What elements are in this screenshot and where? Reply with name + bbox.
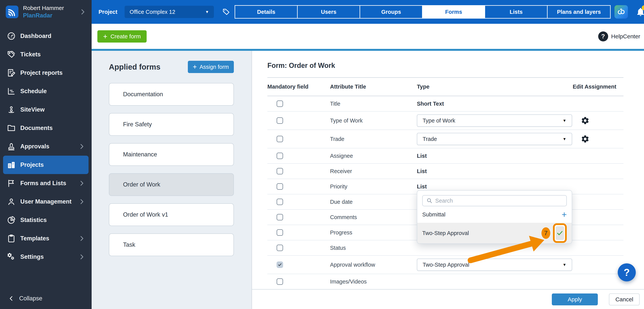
sidebar-item-siteview[interactable]: SiteView [0, 100, 92, 119]
mandatory-checkbox[interactable] [276, 100, 283, 107]
table-row-receiver: Receiver List [268, 164, 624, 179]
project-selector-value: Office Complex 12 [130, 9, 175, 15]
user-icon [7, 197, 16, 206]
project-selector[interactable]: Office Complex 12 ▼ [124, 6, 214, 18]
building-icon [7, 160, 16, 169]
form-card-fire-safety[interactable]: Fire Safety [109, 113, 234, 136]
account-switcher[interactable]: Robert Hammer PlanRadar [0, 0, 92, 24]
question-circle-icon: ? [598, 32, 608, 42]
mandatory-checkbox[interactable] [276, 244, 283, 251]
dropdown-search[interactable] [422, 195, 567, 206]
helpcenter-link[interactable]: ? HelpCenter [598, 32, 640, 42]
approval-workflow-dropdown-popup: Submittal + Two-Step Approval 7 [417, 190, 572, 244]
mandatory-checkbox[interactable] [276, 214, 283, 220]
tab-forms[interactable]: Forms [423, 6, 485, 18]
sidebar-item-schedule[interactable]: Schedule [0, 82, 92, 100]
sidebar-item-templates[interactable]: Templates [0, 229, 92, 248]
mandatory-checkbox[interactable] [276, 183, 283, 190]
table-row-assignee: Assignee List [268, 148, 624, 164]
form-card-documentation[interactable]: Documentation [109, 83, 234, 106]
connect-app-button[interactable] [614, 5, 628, 18]
user-name: Robert Hammer [23, 5, 64, 11]
flag-icon [7, 179, 16, 188]
clipboard-icon [7, 234, 16, 243]
sidebar-item-approvals[interactable]: Approvals [0, 137, 92, 156]
approval-workflow-select[interactable]: Two-Step Approval ▼ [417, 258, 572, 271]
mandatory-checkbox[interactable] [276, 136, 283, 142]
search-icon [426, 198, 432, 204]
tab-groups[interactable]: Groups [360, 6, 423, 18]
tab-users[interactable]: Users [298, 6, 360, 18]
sidebar-item-statistics[interactable]: Statistics [0, 211, 92, 229]
planradar-app: Robert Hammer PlanRadar Dashboard Ticket… [0, 0, 644, 309]
sidebar-item-label: Schedule [20, 88, 47, 95]
tab-details[interactable]: Details [235, 6, 298, 18]
sidebar-item-label: Project reports [20, 70, 63, 76]
chevron-right-icon [78, 180, 85, 186]
floating-help-button[interactable]: ? [618, 264, 636, 282]
toolbar: + Create form ? HelpCenter [92, 24, 644, 51]
sidebar-item-label: Statistics [20, 216, 47, 224]
table-row-title: Title Short Text [268, 96, 624, 112]
caret-down-icon: ▼ [562, 137, 566, 141]
assign-form-button[interactable]: + Assign form [188, 61, 234, 73]
edit-assignment-gear-icon[interactable] [581, 134, 590, 144]
attributes-table: Mandatory field Attribute Title Type Edi… [268, 77, 624, 290]
apply-button[interactable]: Apply [552, 294, 598, 305]
form-card-maintenance[interactable]: Maintenance [109, 143, 234, 166]
tab-plans-and-layers[interactable]: Plans and layers [548, 6, 610, 18]
sidebar-item-dashboard[interactable]: Dashboard [0, 27, 92, 45]
type-of-work-select[interactable]: Type of Work ▼ [417, 114, 572, 127]
confirm-check-button[interactable] [553, 223, 567, 243]
table-row-type-of-work: Type of Work Type of Work ▼ [268, 112, 624, 130]
edit-assignment-gear-icon[interactable] [581, 116, 590, 125]
sidebar-item-documents[interactable]: Documents [0, 119, 92, 137]
chevron-right-icon [79, 9, 86, 15]
sidebar-item-projects[interactable]: Projects [3, 156, 88, 174]
search-input[interactable] [435, 198, 562, 204]
mandatory-checkbox[interactable] [276, 117, 283, 124]
stamp-icon [7, 142, 16, 151]
trade-select[interactable]: Trade ▼ [417, 133, 572, 145]
footer-actions: Apply Cancel [252, 289, 644, 309]
report-pencil-icon [7, 68, 16, 77]
brand-name: PlanRadar [23, 12, 64, 19]
mandatory-checkbox[interactable] [276, 168, 283, 174]
mandatory-checkbox[interactable] [276, 152, 283, 159]
chevron-right-icon [78, 198, 85, 205]
sidebar-nav: Dashboard Tickets Project reports Schedu… [0, 24, 92, 288]
topbar: Project Office Complex 12 ▼ Details User… [92, 0, 644, 24]
applied-forms-title: Applied forms [109, 63, 160, 71]
sidebar-item-label: Approvals [20, 143, 50, 150]
folder-icon [7, 124, 16, 132]
sidebar-item-project-reports[interactable]: Project reports [0, 64, 92, 82]
form-card-order-of-work[interactable]: Order of Work [109, 173, 234, 196]
mandatory-checkbox[interactable] [276, 229, 283, 236]
table-row-images-videos: Images/Videos [268, 274, 624, 290]
street-view-icon [7, 105, 16, 114]
add-plus-icon[interactable]: + [562, 210, 567, 219]
collapse-label: Collapse [19, 295, 42, 302]
table-row-trade: Trade Trade ▼ [268, 130, 624, 148]
dropdown-option-submittal[interactable]: Submittal + [417, 206, 572, 223]
sidebar-item-settings[interactable]: Settings [0, 248, 92, 266]
tags-icon[interactable] [222, 8, 230, 16]
sidebar-item-forms-and-lists[interactable]: Forms and Lists [0, 174, 92, 192]
mandatory-checkbox[interactable] [276, 278, 283, 285]
form-card-order-of-work-v1[interactable]: Order of Work v1 [109, 204, 234, 226]
form-card-task[interactable]: Task [109, 234, 234, 256]
notifications-button[interactable] [636, 7, 644, 17]
cancel-button[interactable]: Cancel [609, 294, 640, 305]
mandatory-checkbox-checked[interactable] [276, 262, 283, 268]
dropdown-option-two-step-approval[interactable]: Two-Step Approval 7 [417, 223, 572, 244]
sidebar-item-user-management[interactable]: User Management [0, 192, 92, 211]
tab-lists[interactable]: Lists [485, 6, 548, 18]
sidebar-item-tickets[interactable]: Tickets [0, 45, 92, 64]
mandatory-checkbox[interactable] [276, 198, 283, 205]
sidebar-collapse-button[interactable]: Collapse [0, 288, 92, 309]
chevron-right-icon [78, 236, 85, 242]
sidebar-item-label: Settings [20, 254, 44, 260]
chevron-right-icon [78, 254, 85, 260]
create-form-button[interactable]: + Create form [97, 30, 146, 42]
col-mandatory: Mandatory field [268, 84, 330, 90]
